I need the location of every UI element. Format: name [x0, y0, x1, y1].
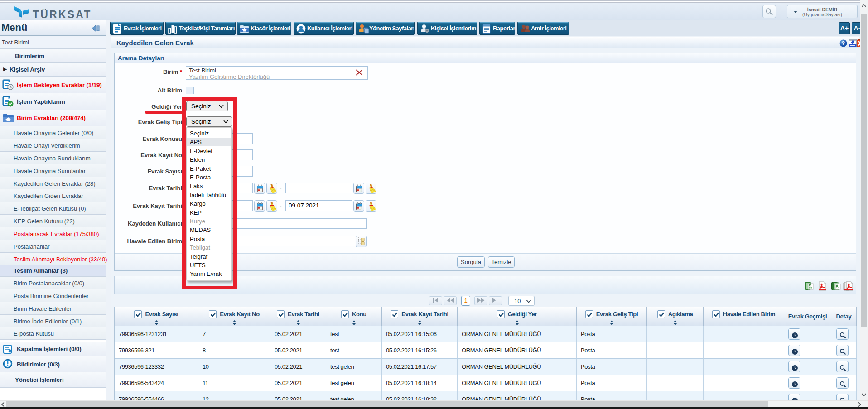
svg-text:?: ?: [842, 40, 845, 47]
